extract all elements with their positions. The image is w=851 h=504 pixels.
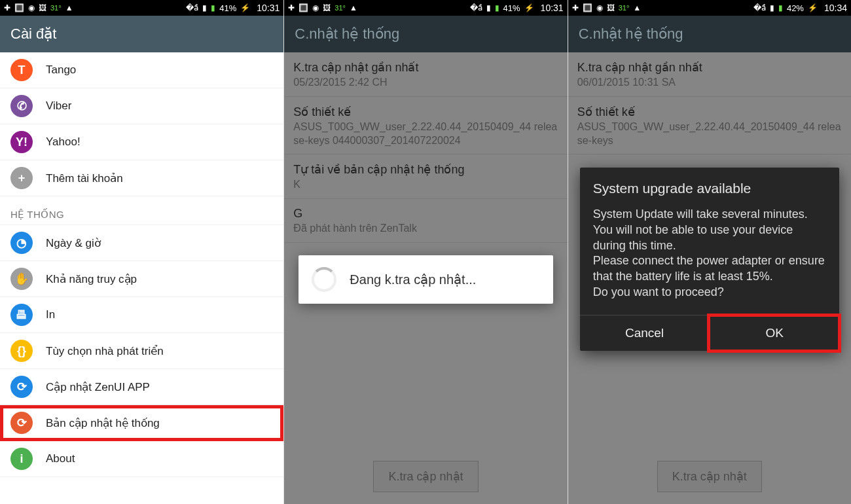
dialog-body: System Update will take several minutes.… (593, 207, 826, 300)
settings-panel: ✚ 🔳 ◉ 🖼 31° ▲ �ầ ▮ ▮ 41% ⚡ 10:31 Cài đặt… (0, 0, 283, 504)
info-block: Tự tải về bản cập nhật hệ thốngK (284, 154, 567, 199)
status-bar: ✚ 🔳 ◉ 🖼 31° ▲ �ầ ▮ ▮ 41% ⚡ 10:31 (0, 0, 283, 16)
info-body: Đã phát hành trên ZenTalk (293, 222, 558, 236)
check-update-button[interactable]: K.tra cập nhật (373, 461, 478, 492)
item-label: Tango (46, 63, 76, 77)
viber-icon: ✆ (10, 95, 33, 117)
info-body: ASUS_T00G_WW_user_2.22.40.44_20150409_44… (293, 120, 558, 148)
gallery-icon: 🖼 (39, 3, 46, 12)
item-label: Thêm tài khoản (46, 171, 123, 185)
info-body: ASUS_T00G_WW_user_2.22.40.44_20150409_44… (577, 120, 842, 148)
tango-icon: T (10, 59, 33, 81)
print-icon: 🖶 (10, 304, 33, 326)
update-content: System upgrade available System Update w… (568, 52, 851, 504)
battery-percent: 41% (219, 3, 236, 13)
loading-text: Đang k.tra cập nhật... (350, 272, 476, 287)
plus-icon: ✚ (4, 3, 10, 12)
settings-item-th-m-t-i-kho-n[interactable]: +Thêm tài khoản (0, 160, 283, 196)
info-title: K.tra cập nhật gần nhất (577, 60, 842, 75)
clock: 10:31 (541, 3, 564, 13)
battery-percent: 41% (503, 3, 520, 13)
settings-item-tango[interactable]: TTango (0, 52, 283, 88)
check-update-button[interactable]: K.tra cập nhật (657, 461, 762, 492)
info-block: Số thiết kếASUS_T00G_WW_user_2.22.40.44_… (284, 97, 567, 155)
zenui-update-icon: ⟳ (10, 376, 33, 398)
settings-item-b-n-c-p-nh-t-h-th-ng[interactable]: ⟳Bản cập nhật hệ thống (0, 405, 283, 441)
settings-item-ng-y-gi-[interactable]: ◔Ngày & giờ (0, 225, 283, 261)
clock-icon: ◔ (10, 232, 33, 254)
info-body: 05/23/2015 2:42 CH (293, 76, 558, 90)
upgrade-dialog: System upgrade available System Update w… (580, 168, 839, 351)
page-title: Cài đặt (0, 16, 283, 52)
temperature: 31° (335, 4, 346, 12)
settings-item-c-p-nh-t-zenui-app[interactable]: ⟳Cập nhật ZenUI APP (0, 369, 283, 405)
item-label: In (46, 308, 55, 321)
temperature: 31° (619, 4, 630, 12)
item-label: Ngày & giờ (46, 236, 101, 250)
warning-icon: ▲ (65, 3, 73, 12)
clock: 10:34 (824, 3, 847, 13)
settings-item-kh-n-ng-truy-c-p[interactable]: ✋Khả năng truy cập (0, 261, 283, 297)
messenger-icon: ◉ (28, 3, 35, 12)
info-title: G (293, 207, 558, 221)
developer-icon: {} (10, 340, 33, 362)
cancel-button[interactable]: Cancel (580, 315, 710, 351)
info-title: Số thiết kế (293, 105, 558, 119)
settings-item-viber[interactable]: ✆Viber (0, 88, 283, 124)
settings-list[interactable]: TTango✆ViberY!Yahoo!+Thêm tài khoảnHỆ TH… (0, 52, 283, 504)
yahoo-icon: Y! (10, 131, 33, 153)
item-label: Bản cập nhật hệ thống (46, 416, 160, 430)
loading-dialog: Đang k.tra cập nhật... (299, 255, 552, 304)
settings-item-in[interactable]: 🖶In (0, 297, 283, 333)
about-icon: i (10, 448, 33, 470)
ok-button[interactable]: OK (709, 315, 839, 351)
dialog-title: System upgrade available (593, 181, 826, 196)
update-panel-dialog: ✚🔳◉🖼 31°▲ �ầ▮▮ 42% ⚡ 10:34 C.nhật hệ thố… (568, 0, 851, 504)
spinner-icon (312, 267, 336, 292)
page-title: C.nhật hệ thống (284, 16, 567, 52)
settings-item-about[interactable]: iAbout (0, 441, 283, 477)
update-panel-checking: ✚🔳◉🖼 31°▲ �ầ▮▮ 41% ⚡ 10:31 C.nhật hệ thố… (283, 0, 567, 504)
settings-item-t-y-ch-n-nh-ph-t-tri-n[interactable]: {}Tùy chọn nhà phát triển (0, 333, 283, 369)
battery-percent: 42% (787, 3, 804, 13)
clock: 10:31 (257, 3, 280, 13)
add-account-icon: + (10, 167, 33, 189)
section-header: HỆ THỐNG (0, 196, 283, 225)
item-label: Tùy chọn nhà phát triển (46, 344, 164, 358)
wifi-icon: �ầ (186, 3, 198, 12)
item-label: Cập nhật ZenUI APP (46, 380, 150, 394)
page-title: C.nhật hệ thống (568, 16, 851, 52)
signal2-icon: ▮ (211, 3, 215, 12)
info-block: K.tra cập nhật gần nhất05/23/2015 2:42 C… (284, 52, 567, 97)
accessibility-icon: ✋ (10, 268, 33, 290)
update-content: Đang k.tra cập nhật... K.tra cập nhật gầ… (284, 52, 567, 504)
settings-item-yahoo-[interactable]: Y!Yahoo! (0, 124, 283, 160)
item-label: About (46, 452, 75, 465)
battery-charging-icon: ⚡ (240, 3, 250, 12)
signal1-icon: ▮ (202, 3, 207, 12)
info-block: Số thiết kếASUS_T00G_WW_user_2.22.40.44_… (568, 97, 851, 155)
info-body: K (293, 178, 558, 192)
item-label: Yahoo! (46, 135, 81, 149)
status-bar: ✚🔳◉🖼 31°▲ �ầ▮▮ 41% ⚡ 10:31 (284, 0, 567, 16)
temperature: 31° (50, 4, 62, 12)
info-title: K.tra cập nhật gần nhất (293, 60, 558, 75)
item-label: Khả năng truy cập (46, 272, 137, 286)
battery-small-icon: 🔳 (14, 3, 24, 12)
info-block: GĐã phát hành trên ZenTalk (284, 199, 567, 243)
system-update-icon: ⟳ (10, 412, 33, 434)
item-label: Viber (46, 99, 71, 113)
info-title: Số thiết kế (577, 105, 842, 119)
info-block: K.tra cập nhật gần nhất06/01/2015 10:31 … (568, 52, 851, 97)
info-body: 06/01/2015 10:31 SA (577, 76, 842, 90)
info-title: Tự tải về bản cập nhật hệ thống (293, 162, 558, 177)
status-bar: ✚🔳◉🖼 31°▲ �ầ▮▮ 42% ⚡ 10:34 (568, 0, 851, 16)
